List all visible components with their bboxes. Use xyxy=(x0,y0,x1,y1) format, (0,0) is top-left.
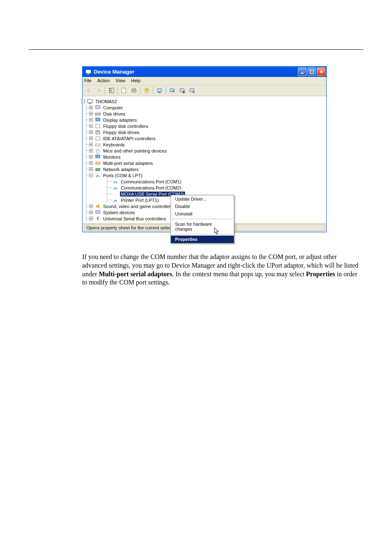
svg-rect-31 xyxy=(96,162,100,164)
tree-item-label[interactable]: Printer Port (LPT1) xyxy=(120,198,159,203)
bold-properties: Properties xyxy=(306,271,335,278)
tree-panel: − THOMAS2 +Computer +Disk drives +Displa… xyxy=(83,96,326,223)
tree-item-label[interactable]: System devices xyxy=(102,210,136,215)
menu-help[interactable]: Help xyxy=(131,78,141,83)
menubar: File Action View Help xyxy=(83,77,326,85)
mouse-icon xyxy=(95,148,101,154)
expand-icon[interactable]: + xyxy=(89,124,93,128)
svg-rect-9 xyxy=(132,90,136,92)
display-icon xyxy=(95,117,101,123)
tree-item-label[interactable]: Network adapters xyxy=(102,167,139,172)
help-icon[interactable]: ? xyxy=(142,86,151,95)
enable-icon[interactable] xyxy=(168,86,177,95)
tree-item-label[interactable]: Keyboards xyxy=(102,142,126,147)
keyboard-icon xyxy=(95,141,101,148)
window: Device Manager File Action View Help xyxy=(82,66,327,232)
tree-item-label[interactable]: Communications Port (COM2) xyxy=(120,185,182,190)
expand-icon[interactable]: + xyxy=(89,149,93,153)
tree-item-label[interactable]: Communications Port (COM1) xyxy=(120,179,182,184)
expand-icon[interactable]: + xyxy=(89,136,93,140)
tree-item-label[interactable]: Multi-port serial adapters xyxy=(102,161,154,166)
tree-view-icon[interactable] xyxy=(107,86,116,95)
properties-icon[interactable] xyxy=(120,86,129,95)
svg-point-29 xyxy=(96,149,99,153)
tree-root-label[interactable]: THOMAS2 xyxy=(95,99,118,104)
menu-action[interactable]: Action xyxy=(97,78,110,83)
expand-icon[interactable]: + xyxy=(89,106,93,109)
menu-file[interactable]: File xyxy=(84,78,92,83)
app-icon xyxy=(85,69,92,75)
maximize-button[interactable] xyxy=(307,67,316,76)
lpt-port-icon xyxy=(112,197,119,204)
cm-uninstall[interactable]: Uninstall xyxy=(171,210,234,217)
svg-rect-0 xyxy=(86,70,91,73)
svg-rect-5 xyxy=(109,90,111,91)
forward-button[interactable] xyxy=(94,86,103,95)
svg-rect-1 xyxy=(87,74,90,74)
usb-icon xyxy=(95,215,101,222)
collapse-icon[interactable]: − xyxy=(81,99,85,103)
para-text: . In the context menu that pops up, you … xyxy=(172,271,306,278)
sound-icon xyxy=(95,203,101,210)
com-port-icon xyxy=(112,191,119,197)
tree-item-label[interactable]: Floppy disk controllers xyxy=(102,124,149,129)
svg-rect-32 xyxy=(96,169,100,171)
svg-rect-30 xyxy=(96,155,100,158)
disable-icon[interactable] xyxy=(178,86,187,95)
expand-icon[interactable]: + xyxy=(89,143,93,146)
tree-item-label[interactable]: Sound, video and game controllers xyxy=(102,204,174,209)
status-spacer xyxy=(236,224,325,231)
expand-icon[interactable]: + xyxy=(89,161,93,165)
expand-icon[interactable]: + xyxy=(89,217,93,220)
collapse-icon[interactable]: − xyxy=(89,173,93,177)
expand-icon[interactable]: + xyxy=(89,167,93,171)
minimize-button[interactable] xyxy=(298,67,307,76)
expand-icon[interactable]: + xyxy=(89,130,93,134)
svg-rect-13 xyxy=(157,89,161,92)
svg-rect-7 xyxy=(111,88,114,93)
svg-rect-33 xyxy=(96,210,100,213)
svg-rect-8 xyxy=(122,88,126,93)
cm-update-driver[interactable]: Update Driver... xyxy=(171,195,234,203)
svg-rect-4 xyxy=(109,88,111,89)
expand-icon[interactable]: + xyxy=(89,210,93,214)
tree-item-label[interactable]: Mice and other pointing devices xyxy=(102,148,168,153)
cm-properties[interactable]: Properties xyxy=(171,236,234,243)
close-button[interactable] xyxy=(317,67,325,76)
computer-root-icon xyxy=(87,98,93,105)
scan-icon[interactable] xyxy=(155,86,164,95)
cm-disable[interactable]: Disable xyxy=(171,203,234,210)
tree-item-label[interactable]: Monitors xyxy=(102,155,121,160)
back-button[interactable] xyxy=(84,86,93,95)
tree-item-label[interactable]: IDE ATA/ATAPI controllers xyxy=(102,136,157,141)
svg-rect-3 xyxy=(310,70,314,74)
tree-item-label[interactable]: Ports (COM & LPT) xyxy=(102,173,143,178)
svg-rect-21 xyxy=(96,106,100,109)
network-icon xyxy=(95,166,101,173)
com-port-icon xyxy=(112,178,119,185)
screenshot: Device Manager File Action View Help xyxy=(82,66,363,232)
floppy-drive-icon xyxy=(95,129,101,136)
svg-rect-10 xyxy=(133,88,135,90)
expand-icon[interactable]: + xyxy=(89,204,93,208)
svg-rect-6 xyxy=(109,92,111,93)
tree-item-label[interactable]: Display adapters xyxy=(102,118,138,123)
svg-text:?: ? xyxy=(145,88,148,93)
expand-icon[interactable]: + xyxy=(89,112,93,116)
menu-view[interactable]: View xyxy=(115,78,125,83)
tree-item-label[interactable]: Floppy disk drives xyxy=(102,130,140,135)
titlebar: Device Manager xyxy=(83,67,326,77)
tree-item-label[interactable]: Computer xyxy=(102,105,124,110)
tree-item-label[interactable]: Disk drives xyxy=(102,111,126,116)
ports-icon xyxy=(95,172,101,179)
print-icon[interactable] xyxy=(129,86,138,95)
uninstall-icon[interactable] xyxy=(187,86,196,95)
svg-rect-28 xyxy=(95,144,100,146)
body-paragraph: If you need to change the COM number tha… xyxy=(29,253,363,287)
cm-scan[interactable]: Scan for hardware changes xyxy=(171,220,234,233)
expand-icon[interactable]: + xyxy=(89,118,93,122)
expand-icon[interactable]: + xyxy=(89,155,93,159)
ide-icon xyxy=(95,135,101,142)
computer-icon xyxy=(95,104,101,111)
tree-item-label[interactable]: Universal Serial Bus controllers xyxy=(102,216,167,221)
